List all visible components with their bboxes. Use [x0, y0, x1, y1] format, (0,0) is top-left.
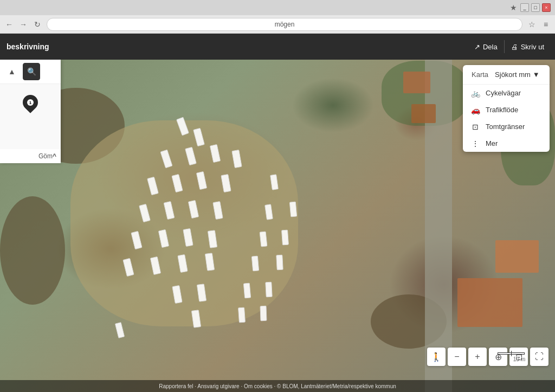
refresh-icon[interactable]: ↻	[33, 20, 42, 29]
location-pin[interactable]: 1	[20, 92, 41, 113]
zoom-in-button[interactable]: +	[468, 348, 487, 366]
parking-spot	[260, 306, 267, 321]
building	[403, 72, 430, 93]
street-view-button[interactable]: 🚶	[427, 348, 446, 366]
scale-marker	[498, 352, 525, 355]
minimize-button[interactable]: _	[520, 3, 529, 12]
cykelvaegar-item[interactable]: 🚲 Cykelvägar	[463, 85, 550, 101]
trafikflode-item[interactable]: 🚗 Trafikflöde	[463, 101, 550, 118]
maximize-button[interactable]: □	[531, 3, 540, 12]
search-tool-button[interactable]: 🔍	[23, 63, 40, 80]
gom-button[interactable]: Göm ^	[0, 149, 61, 163]
dela-button[interactable]: ↗ Dela	[470, 41, 502, 53]
parking-spot	[289, 202, 297, 217]
map-container[interactable]: beskrivning ↗ Dela 🖨 Skriv ut ▲ 🔍 1 Göm	[0, 34, 555, 392]
browser-chrome: ★ _ □ × ← → ↻ ☆ ≡	[0, 0, 555, 34]
attribution-text: Rapportera fel · Ansvarig utgivare · Om …	[159, 383, 396, 389]
tomtgranser-item[interactable]: ⊡ Tomtgränser	[463, 118, 550, 135]
address-bar: ← → ↻ ☆ ≡	[0, 15, 555, 34]
title-bar: ★ _ □ ×	[0, 0, 555, 15]
parking-spot	[238, 307, 246, 323]
scale-indicator: 10 m	[498, 352, 525, 362]
parking-spot	[276, 255, 283, 271]
star-icon[interactable]: ☆	[527, 20, 537, 29]
menu-icon[interactable]: ≡	[541, 20, 551, 29]
sandy-area	[70, 120, 298, 326]
dela-label: Dela	[483, 43, 498, 51]
sidebar: ▲ 🔍 1 Göm ^	[0, 60, 61, 163]
building	[457, 278, 522, 327]
map-controls: 🚶 − + ⊕ ⊡ ⛶	[427, 348, 548, 366]
parking-spot	[265, 282, 272, 298]
pin-label: 1	[27, 99, 34, 106]
car-icon: 🚗	[470, 106, 480, 114]
mer-label: Mer	[486, 139, 498, 147]
parking-spot	[243, 283, 251, 299]
tomtgranser-label: Tomtgränser	[486, 123, 525, 131]
parking-spot	[251, 256, 259, 272]
forward-icon[interactable]: →	[18, 20, 28, 29]
chevron-up-icon: ^	[53, 152, 56, 160]
map-type-header: Karta Sjökort mm ▼	[463, 65, 550, 85]
cykelvaegar-label: Cykelvägar	[486, 89, 521, 97]
map-type-panel: Karta Sjökort mm ▼ 🚲 Cykelvägar 🚗 Trafik…	[463, 65, 550, 152]
boundary-icon: ⊡	[470, 123, 480, 131]
parking-spot	[281, 230, 289, 246]
nav-separator	[504, 40, 505, 53]
back-icon[interactable]: ←	[4, 20, 14, 29]
zoom-out-button[interactable]: −	[448, 348, 466, 366]
building	[411, 104, 436, 123]
address-input[interactable]	[47, 18, 522, 31]
bottom-bar: Rapportera fel · Ansvarig utgivare · Om …	[0, 380, 555, 392]
sidebar-location: 1	[0, 84, 61, 121]
print-icon: 🖨	[511, 43, 518, 51]
dropdown-arrow-icon: ▼	[533, 70, 540, 79]
terrain-patch	[0, 196, 65, 305]
sjokort-label: Sjökort mm	[495, 70, 531, 79]
bike-icon: 🚲	[470, 89, 480, 97]
share-icon: ↗	[474, 43, 480, 51]
close-button[interactable]: ×	[542, 3, 551, 12]
karta-tab[interactable]: Karta	[469, 69, 491, 80]
nav-title: beskrivning	[7, 42, 49, 51]
mer-item[interactable]: ⋮ Mer	[463, 135, 550, 152]
skriv-button[interactable]: 🖨 Skriv ut	[507, 41, 548, 53]
bookmark-icon[interactable]: ★	[508, 3, 518, 12]
fullscreen-button[interactable]: ⛶	[530, 348, 548, 366]
skriv-label: Skriv ut	[521, 43, 544, 51]
building	[495, 240, 539, 273]
more-icon: ⋮	[470, 140, 480, 147]
sidebar-toolbar: ▲ 🔍	[0, 60, 61, 84]
trafikflode-label: Trafikflöde	[486, 106, 518, 114]
scale-rule	[498, 352, 525, 355]
sjokort-dropdown[interactable]: Sjökort mm ▼	[495, 70, 540, 79]
top-navigation: beskrivning ↗ Dela 🖨 Skriv ut	[0, 34, 555, 60]
scale-label: 10 m	[513, 356, 525, 362]
navigation-tool-button[interactable]: ▲	[3, 63, 21, 80]
sidebar-content: 1	[0, 84, 61, 149]
gom-label: Göm	[38, 152, 53, 160]
